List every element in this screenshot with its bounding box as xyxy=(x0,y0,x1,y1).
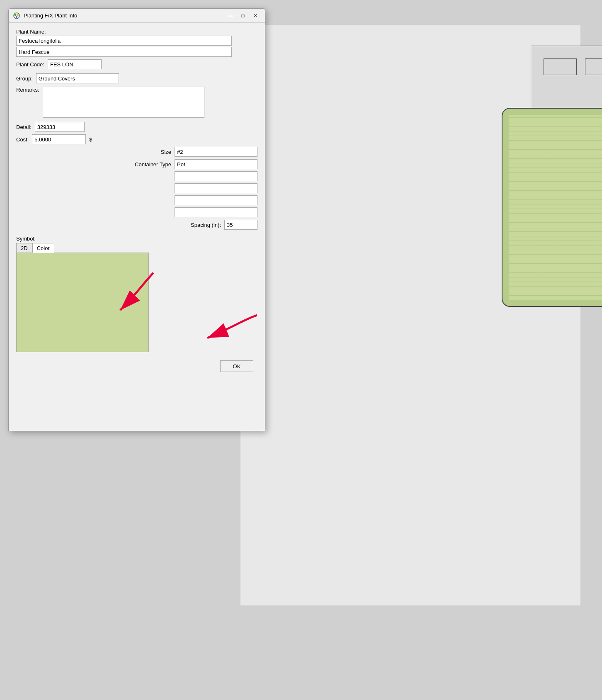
ok-row: OK xyxy=(16,360,257,372)
container-label: Container Type xyxy=(135,161,171,168)
plant-name-input-2[interactable] xyxy=(16,47,232,57)
building-window-2 xyxy=(585,58,602,75)
cost-unit: $ xyxy=(89,136,92,143)
extra-input-2[interactable] xyxy=(175,183,257,193)
extra-input-3[interactable] xyxy=(175,195,257,205)
remarks-label: Remarks: xyxy=(16,87,39,93)
plant-info-dialog: Planting F/X Plant Info — □ ✕ Plant Name… xyxy=(8,8,265,431)
group-label: Group: xyxy=(16,75,33,82)
extra-input-1[interactable] xyxy=(175,171,257,181)
extra-field-1 xyxy=(16,171,257,181)
svg-point-2 xyxy=(17,14,19,16)
detail-label: Detail: xyxy=(16,124,32,130)
app-icon xyxy=(13,12,20,19)
container-input[interactable] xyxy=(175,159,257,169)
spacing-row: Spacing (in): xyxy=(16,220,257,230)
symbol-section: Symbol: 2D Color xyxy=(16,236,257,352)
group-input[interactable] xyxy=(36,73,119,83)
extra-input-4[interactable] xyxy=(175,207,257,217)
planting-fill xyxy=(509,115,602,300)
plant-name-section: Plant Name: xyxy=(16,29,257,57)
tab-2d[interactable]: 2D xyxy=(16,243,32,253)
container-type-row: Container Type xyxy=(16,159,257,169)
symbol-preview xyxy=(16,253,149,352)
maximize-button[interactable]: □ xyxy=(238,11,248,20)
plant-code-label: Plant Code: xyxy=(16,61,44,68)
dialog-titlebar: Planting F/X Plant Info — □ ✕ xyxy=(9,9,265,23)
svg-point-1 xyxy=(15,14,17,16)
extra-field-2 xyxy=(16,183,257,193)
size-input[interactable] xyxy=(175,147,257,157)
remarks-row: Remarks: xyxy=(16,87,257,118)
plant-code-row: Plant Code: xyxy=(16,59,257,69)
ok-button[interactable]: OK xyxy=(220,360,253,372)
dialog-content: Plant Name: Plant Code: Group: Remarks: … xyxy=(9,23,265,378)
cost-input[interactable] xyxy=(32,134,86,144)
plant-name-label: Plant Name: xyxy=(16,29,257,35)
plant-code-input[interactable] xyxy=(48,59,102,69)
minimize-button[interactable]: — xyxy=(225,11,236,20)
detail-input[interactable] xyxy=(35,122,85,132)
group-row: Group: xyxy=(16,73,257,83)
title-left: Planting F/X Plant Info xyxy=(13,12,77,19)
remarks-textarea[interactable] xyxy=(43,87,204,118)
planting-area xyxy=(502,108,602,307)
dialog-title: Planting F/X Plant Info xyxy=(24,12,77,19)
spacing-input[interactable] xyxy=(224,220,257,230)
window-controls: — □ ✕ xyxy=(225,11,261,20)
size-label: Size xyxy=(161,149,171,155)
detail-row: Detail: xyxy=(16,122,257,132)
building-window-1 xyxy=(544,58,577,75)
symbol-tabs: 2D Color xyxy=(16,243,257,253)
spacing-label: Spacing (in): xyxy=(191,222,221,228)
cost-label: Cost: xyxy=(16,136,29,143)
tab-color[interactable]: Color xyxy=(32,243,54,253)
extra-field-3 xyxy=(16,195,257,205)
svg-point-3 xyxy=(16,16,17,18)
plant-name-input-1[interactable] xyxy=(16,36,232,46)
symbol-label: Symbol: xyxy=(16,236,257,242)
cad-drawing-area xyxy=(240,25,580,605)
size-row: Size xyxy=(16,147,257,157)
close-button[interactable]: ✕ xyxy=(250,11,261,20)
cost-row: Cost: $ xyxy=(16,134,257,144)
extra-field-4 xyxy=(16,207,257,217)
